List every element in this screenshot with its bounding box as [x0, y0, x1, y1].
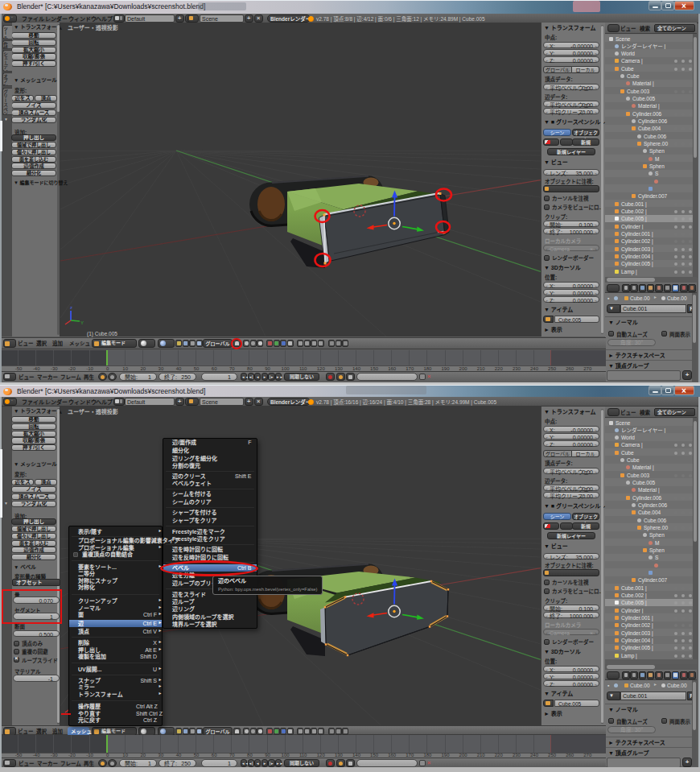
svg-text:z: z: [70, 305, 72, 310]
svg-text:Y: Y: [80, 320, 84, 325]
